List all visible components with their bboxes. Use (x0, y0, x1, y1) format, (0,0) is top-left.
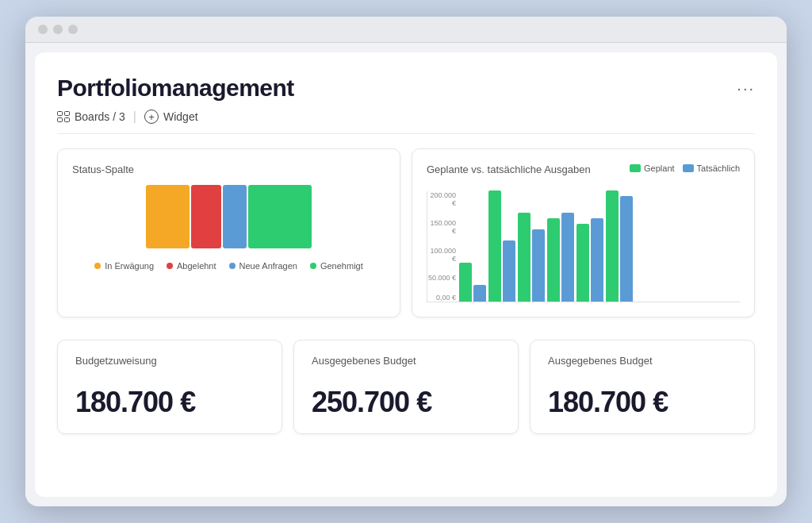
bar-legend-item: Geplant (630, 163, 675, 173)
actual-bar (532, 229, 545, 302)
stat-label: Ausgegebenes Budget (312, 355, 500, 367)
browser-content: Portfoliomanagement ··· Boards / 3 | (35, 52, 777, 497)
browser-titlebar (25, 17, 787, 43)
actual-bar (620, 196, 633, 302)
page-title: Portfoliomanagement (57, 75, 294, 102)
planned-bar (576, 224, 589, 302)
bar-group (576, 218, 603, 302)
planned-bar (459, 263, 472, 302)
breadcrumb-bar: Boards / 3 | + Widget (57, 110, 755, 134)
y-axis-label: 200.000 € (427, 191, 456, 207)
add-widget-icon[interactable]: + (144, 110, 159, 124)
widget-section[interactable]: + Widget (144, 110, 198, 124)
legend-label: Neue Anfragen (239, 261, 297, 271)
breadcrumb-divider: | (133, 110, 136, 124)
browser-dot-2 (53, 25, 63, 34)
boards-icon (57, 111, 70, 122)
stat-label: Budgetzuweisung (75, 355, 264, 367)
bar-legend-label: Tatsächlich (697, 163, 740, 173)
legend-item: Abgelehnt (167, 261, 216, 271)
actual-bar (591, 218, 603, 302)
actual-bar (473, 285, 486, 302)
more-options-icon[interactable]: ··· (737, 79, 755, 98)
y-axis-label: 100.000 € (427, 247, 456, 263)
y-axis-label: 50.000 € (427, 274, 456, 282)
bar-legend-item: Tatsächlich (683, 163, 740, 173)
stat-label: Ausgegebenes Budget (548, 355, 737, 367)
breadcrumb-section[interactable]: Boards / 3 (57, 110, 125, 123)
bar-chart-legend: GeplantTatsächlich (630, 163, 740, 173)
stat-value: 250.700 € (312, 386, 500, 419)
y-axis-labels: 200.000 €150.000 €100.000 €50.000 €0,00 … (427, 191, 456, 302)
bar-legend-label: Geplant (644, 163, 675, 173)
bar-group (459, 263, 486, 302)
legend-label: Genehmigt (320, 261, 363, 271)
browser-dot-3 (68, 25, 78, 34)
legend-dot (167, 263, 173, 269)
legend-item: In Erwägung (94, 261, 154, 271)
planned-bar (488, 190, 501, 302)
bottom-row: Budgetzuweisung 180.700 € Ausgegebenes B… (57, 340, 755, 434)
legend-label: In Erwägung (105, 261, 154, 271)
actual-bar (503, 240, 515, 302)
y-axis-label: 150.000 € (427, 219, 456, 235)
planned-bar (547, 218, 560, 302)
bar-group (547, 213, 574, 302)
bar-group (606, 190, 633, 302)
widget-label: Widget (163, 110, 198, 123)
bar-legend-color (683, 164, 694, 172)
bar-legend-color (630, 164, 641, 172)
svg-rect-1 (65, 112, 70, 116)
planned-bar (606, 190, 619, 302)
stacked-bar-container (146, 185, 312, 248)
status-chart-title: Status-Spalte (72, 163, 385, 175)
bar-chart-title: Geplante vs. tatsächliche Ausgaben (427, 163, 591, 175)
bar-chart-area: 200.000 €150.000 €100.000 €50.000 €0,00 … (427, 191, 740, 302)
y-axis-label: 0,00 € (427, 294, 456, 302)
status-legend: In ErwägungAbgelehntNeue AnfragenGenehmi… (94, 261, 363, 271)
bar-chart-header: Geplante vs. tatsächliche Ausgaben Gepla… (427, 163, 740, 185)
status-bar (191, 185, 221, 248)
legend-dot (94, 263, 101, 269)
status-chart-area: In ErwägungAbgelehntNeue AnfragenGenehmi… (72, 185, 385, 271)
legend-dot (229, 263, 236, 269)
planned-bar (518, 213, 530, 302)
stat-card-0: Budgetzuweisung 180.700 € (57, 340, 282, 434)
dashboard-grid: Status-Spalte In ErwägungAbgelehntNeue A… (57, 148, 755, 329)
status-bar (223, 185, 247, 248)
status-bar (146, 185, 190, 248)
legend-item: Neue Anfragen (229, 261, 297, 271)
svg-rect-0 (58, 112, 63, 116)
svg-rect-2 (58, 118, 63, 122)
status-bar (248, 185, 312, 248)
browser-window: Portfoliomanagement ··· Boards / 3 | (25, 17, 787, 506)
bar-group (518, 213, 545, 302)
legend-dot (310, 263, 316, 269)
bar-group (488, 190, 515, 302)
actual-bar (561, 213, 574, 302)
stat-value: 180.700 € (75, 386, 264, 419)
stat-card-2: Ausgegebenes Budget 180.700 € (530, 340, 755, 434)
stat-card-1: Ausgegebenes Budget 250.700 € (293, 340, 519, 434)
browser-dot-1 (38, 25, 48, 34)
legend-label: Abgelehnt (177, 261, 216, 271)
breadcrumb-text: Boards / 3 (75, 110, 125, 123)
svg-rect-3 (65, 118, 70, 122)
status-chart-card: Status-Spalte In ErwägungAbgelehntNeue A… (57, 148, 400, 317)
bar-chart-card: Geplante vs. tatsächliche Ausgaben Gepla… (412, 148, 755, 317)
stat-value: 180.700 € (548, 386, 737, 419)
legend-item: Genehmigt (310, 261, 363, 271)
page-header: Portfoliomanagement ··· (57, 75, 755, 102)
